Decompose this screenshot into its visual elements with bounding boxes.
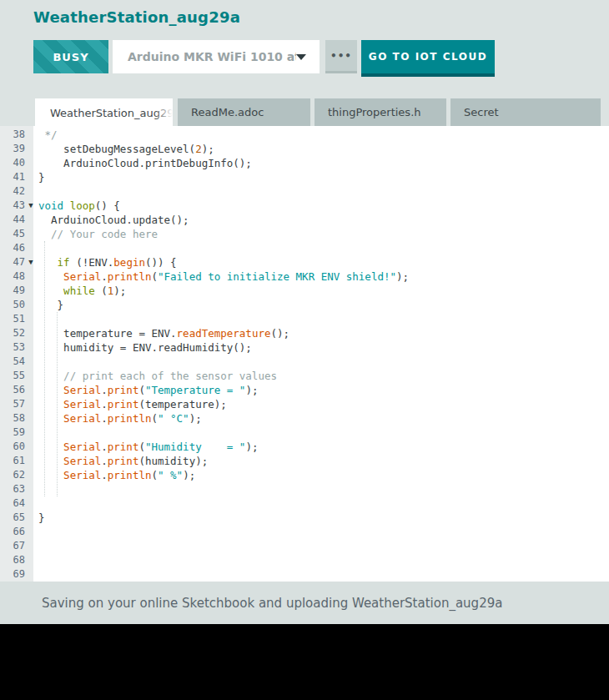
fold-column — [25, 411, 37, 426]
tab-label: thingProperties.h — [315, 106, 421, 118]
fold-column — [25, 496, 37, 511]
code-line[interactable]: 56 Serial.print("Temperature = "); — [0, 383, 609, 397]
code-text: // Your code here — [37, 227, 609, 241]
line-number: 65 — [0, 511, 25, 525]
code-line[interactable]: 40 ArduinoCloud.printDebugInfo(); — [0, 156, 609, 170]
fold-column — [25, 284, 37, 298]
code-text: Serial.print(temperature); — [37, 397, 609, 411]
code-text: } — [37, 170, 609, 184]
line-number: 39 — [0, 142, 25, 156]
caret-down-icon — [296, 54, 306, 60]
code-line[interactable]: 50 } — [0, 298, 609, 312]
line-number: 57 — [0, 397, 25, 411]
fold-column — [25, 468, 37, 482]
code-text: while (1); — [37, 284, 609, 298]
code-text: } — [37, 298, 609, 312]
code-line[interactable]: 44 ArduinoCloud.update(); — [0, 213, 609, 227]
code-line[interactable]: 54 — [0, 355, 609, 369]
code-line[interactable]: 45 // Your code here — [0, 227, 609, 241]
busy-status-button[interactable]: BUSY — [33, 40, 108, 73]
code-text: void loop() { — [37, 199, 609, 213]
code-text: Serial.print("Temperature = "); — [37, 383, 609, 397]
fold-column — [25, 213, 37, 227]
code-text — [37, 355, 609, 369]
tab-weatherstation-aug29a-i[interactable]: WeatherStation_aug29a.i — [35, 98, 173, 127]
code-text: Serial.println(" %"); — [37, 468, 609, 482]
code-text: Serial.print(humidity); — [37, 454, 609, 468]
tab-label: WeatherStation_aug29a.i — [35, 107, 173, 119]
fold-column — [25, 128, 37, 142]
ellipsis-icon: ••• — [330, 50, 352, 62]
line-number: 56 — [0, 383, 25, 397]
console-panel — [0, 624, 609, 700]
code-line[interactable]: 60 Serial.print("Humidity = "); — [0, 440, 609, 454]
code-line[interactable]: 43▼void loop() { — [0, 199, 609, 213]
fold-column — [25, 567, 37, 582]
code-line[interactable]: 57 Serial.print(temperature); — [0, 397, 609, 411]
fold-column — [25, 355, 37, 369]
code-line[interactable]: 52 temperature = ENV.readTemperature(); — [0, 326, 609, 340]
fold-arrow-icon[interactable]: ▼ — [25, 255, 37, 269]
code-line[interactable]: 49 while (1); — [0, 284, 609, 298]
line-number: 55 — [0, 369, 25, 383]
fold-arrow-icon[interactable]: ▼ — [25, 199, 37, 213]
code-line[interactable]: 62 Serial.println(" %"); — [0, 468, 609, 482]
iot-cloud-label: GO TO IOT CLOUD — [369, 51, 487, 63]
device-select-dropdown[interactable]: Arduino MKR WiFi 1010 at C... — [113, 40, 320, 73]
line-number: 62 — [0, 468, 25, 482]
line-number: 40 — [0, 156, 25, 170]
tab-secret[interactable]: Secret — [450, 98, 601, 126]
device-select-value: Arduino MKR WiFi 1010 at C... — [113, 50, 296, 63]
code-line[interactable]: 47▼ if (!ENV.begin()) { — [0, 255, 609, 269]
code-line[interactable]: 65} — [0, 511, 609, 525]
code-line[interactable]: 53 humidity = ENV.readHumidity(); — [0, 340, 609, 355]
tab-thingproperties-h[interactable]: thingProperties.h — [315, 98, 446, 126]
code-line[interactable]: 55 // print each of the sensor values — [0, 369, 609, 383]
code-line[interactable]: 51 — [0, 312, 609, 326]
code-line[interactable]: 67 — [0, 539, 609, 553]
code-line[interactable]: 39 setDebugMessageLevel(2); — [0, 142, 609, 156]
arduino-web-editor: WeatherStation_aug29a BUSY Arduino MKR W… — [0, 0, 609, 700]
code-line[interactable]: 59 — [0, 426, 609, 440]
code-text: temperature = ENV.readTemperature(); — [37, 326, 609, 340]
tab-readme-adoc[interactable]: ReadMe.adoc — [178, 98, 310, 126]
code-text: } — [37, 511, 609, 525]
line-number: 59 — [0, 426, 25, 440]
status-bar: Saving on your online Sketchbook and upl… — [0, 582, 609, 624]
code-line[interactable]: 69 — [0, 567, 609, 582]
code-line[interactable]: 61 Serial.print(humidity); — [0, 454, 609, 468]
code-line[interactable]: 38 */ — [0, 128, 609, 142]
fold-column — [25, 482, 37, 496]
code-line[interactable]: 64 — [0, 496, 609, 511]
code-text: setDebugMessageLevel(2); — [37, 142, 609, 156]
code-line[interactable]: 58 Serial.println(" °C"); — [0, 411, 609, 426]
code-text — [37, 525, 609, 539]
code-line[interactable]: 48 Serial.println("Failed to initialize … — [0, 269, 609, 284]
line-number: 67 — [0, 539, 25, 553]
fold-column — [25, 170, 37, 184]
fold-column — [25, 184, 37, 199]
fold-column — [25, 227, 37, 241]
fold-column — [25, 511, 37, 525]
code-text — [37, 496, 609, 511]
code-text — [37, 241, 609, 255]
code-line[interactable]: 41} — [0, 170, 609, 184]
busy-label: BUSY — [53, 51, 88, 63]
code-line[interactable]: 68 — [0, 553, 609, 567]
code-text — [37, 567, 609, 582]
go-to-iot-cloud-button[interactable]: GO TO IOT CLOUD — [361, 40, 495, 77]
code-line[interactable]: 46 — [0, 241, 609, 255]
tab-label: ReadMe.adoc — [178, 106, 264, 118]
fold-column — [25, 454, 37, 468]
line-number: 64 — [0, 496, 25, 511]
code-line[interactable]: 66 — [0, 525, 609, 539]
line-number: 60 — [0, 440, 25, 454]
fold-column — [25, 440, 37, 454]
more-options-button[interactable]: ••• — [325, 40, 357, 73]
code-text: ArduinoCloud.update(); — [37, 213, 609, 227]
code-line[interactable]: 63 — [0, 482, 609, 496]
line-number: 54 — [0, 355, 25, 369]
code-editor[interactable]: 38 */39 setDebugMessageLevel(2);40 Ardui… — [0, 126, 609, 582]
code-line[interactable]: 42 — [0, 184, 609, 199]
line-number: 66 — [0, 525, 25, 539]
